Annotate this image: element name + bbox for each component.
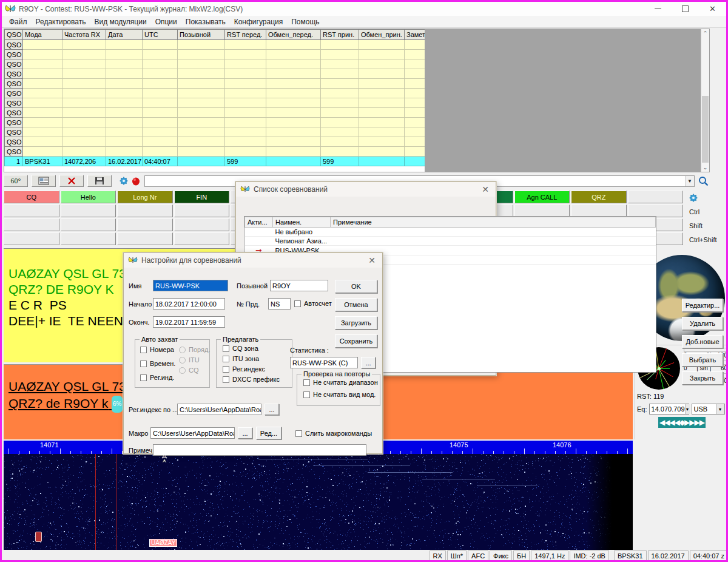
macro-input[interactable]: C:\Users\User\AppData\Roа — [150, 427, 235, 439]
waterfall-display[interactable]: 140711407514076 UAØZAY — [4, 441, 633, 550]
status-bn[interactable]: БН — [513, 550, 530, 561]
col-note[interactable]: Примечание — [331, 217, 656, 228]
lookup-button[interactable] — [696, 175, 710, 187]
table-cell[interactable] — [225, 59, 266, 69]
contest-active-cell[interactable] — [245, 237, 273, 246]
save-button[interactable] — [87, 175, 112, 187]
contest-row[interactable]: Не выбрано — [245, 228, 656, 237]
table-cell[interactable] — [321, 40, 359, 50]
table-row[interactable]: QSO — [5, 40, 437, 50]
start-input[interactable]: 18.02.2017 12:00:00 — [153, 298, 225, 310]
table-cell[interactable] — [178, 40, 225, 50]
table-row[interactable]: QSO — [5, 137, 437, 147]
table-cell[interactable] — [359, 147, 405, 157]
table-cell[interactable] — [106, 50, 143, 59]
select-button[interactable]: Выбрать — [682, 353, 723, 367]
row-header-cell[interactable]: QSO — [5, 147, 23, 157]
contest-note-cell[interactable] — [331, 228, 656, 237]
minimize-button[interactable] — [644, 2, 672, 16]
table-cell[interactable] — [143, 147, 178, 157]
macro-button-3-2[interactable] — [117, 232, 173, 245]
name-input[interactable]: RUS-WW-PSK — [153, 280, 228, 291]
table-cell[interactable] — [359, 50, 405, 59]
table-cell[interactable] — [62, 59, 106, 69]
table-row[interactable]: QSO — [5, 79, 437, 89]
log-grid-scrollbar[interactable]: ⌃ ⌄ — [701, 29, 709, 172]
autograb-numbers-checkbox[interactable]: Номера — [140, 346, 174, 353]
table-cell[interactable] — [178, 147, 225, 157]
regindex-input[interactable]: C:\Users\User\AppData\Roа — [177, 404, 261, 415]
table-row[interactable]: QSO — [5, 118, 437, 127]
col-qso[interactable]: QSO — [5, 30, 23, 40]
table-cell[interactable] — [321, 69, 359, 79]
scroll-down-icon[interactable]: ⌄ — [701, 163, 709, 172]
table-cell[interactable] — [225, 69, 266, 79]
col-rst-sent[interactable]: RST перед. — [225, 30, 266, 40]
glasses-button[interactable]: 60° — [4, 175, 28, 187]
scroll-up-icon[interactable]: ⌃ — [701, 29, 709, 38]
row-header-cell[interactable]: QSO — [5, 69, 23, 79]
contest-active-cell[interactable] — [245, 228, 273, 237]
table-cell[interactable] — [359, 89, 405, 98]
macro-button-1-11[interactable] — [628, 205, 684, 217]
tuning-arrows[interactable]: ◀◀◀◀◆▶▶▶▶ — [658, 417, 706, 428]
edit-button[interactable]: Редактир... — [682, 299, 723, 312]
table-cell[interactable] — [62, 147, 106, 157]
row-header-cell[interactable]: QSO — [5, 79, 23, 89]
table-cell[interactable] — [178, 89, 225, 98]
suggest-dxcc-checkbox[interactable]: DXCC префикс — [223, 376, 280, 383]
table-cell[interactable] — [225, 89, 266, 98]
macro-button-1-3[interactable] — [174, 205, 230, 217]
table-cell[interactable] — [266, 98, 321, 108]
table-row[interactable]: QSO — [5, 147, 437, 157]
suggest-cqzone-checkbox[interactable]: CQ зона — [223, 345, 258, 352]
table-cell[interactable] — [359, 118, 405, 127]
contest-row[interactable]: Чепионат Азиа... — [245, 237, 656, 246]
suggest-ituzone-checkbox[interactable]: ITU зона — [223, 355, 259, 362]
macro-edit-button[interactable]: Ред... — [256, 427, 281, 439]
maximize-button[interactable] — [672, 2, 699, 16]
table-cell[interactable] — [106, 89, 143, 98]
autograb-radio-seq[interactable]: Поряд. — [179, 346, 210, 353]
chevron-down-icon[interactable]: ▼ — [685, 404, 690, 414]
table-cell[interactable] — [178, 118, 225, 127]
row-header-cell[interactable]: QSO — [5, 98, 23, 108]
autograb-regindex-checkbox[interactable]: Рег.инд. — [140, 374, 174, 381]
table-cell[interactable] — [359, 79, 405, 89]
chevron-down-icon[interactable]: ▼ — [685, 176, 694, 186]
table-cell[interactable] — [178, 79, 225, 89]
table-cell[interactable] — [321, 147, 359, 157]
status-lock[interactable]: Фикс — [490, 550, 512, 561]
row-header-cell[interactable]: 1 — [5, 157, 23, 166]
macro-button-3-3[interactable] — [174, 232, 230, 245]
table-cell[interactable] — [359, 108, 405, 118]
table-cell[interactable] — [143, 137, 178, 147]
table-cell[interactable] — [178, 137, 225, 147]
table-cell[interactable] — [359, 137, 405, 147]
table-cell[interactable] — [178, 50, 225, 59]
table-cell[interactable] — [321, 108, 359, 118]
clear-button[interactable] — [59, 175, 84, 187]
table-cell[interactable] — [23, 40, 62, 50]
table-cell[interactable] — [143, 79, 178, 89]
chevron-down-icon[interactable]: ▼ — [716, 404, 724, 414]
status-afc[interactable]: AFC — [468, 550, 488, 561]
macro-button-2-2[interactable] — [117, 218, 173, 231]
row-header-cell[interactable]: QSO — [5, 59, 23, 69]
waterfall-callsign-tag[interactable]: UAØZAY — [149, 539, 177, 547]
macro-button-0-9[interactable]: Agn CALL — [514, 191, 570, 203]
table-cell[interactable] — [359, 98, 405, 108]
table-cell[interactable] — [143, 127, 178, 137]
cell-call[interactable] — [178, 157, 225, 166]
menu-item-file[interactable]: Файл — [5, 16, 32, 27]
table-cell[interactable] — [143, 118, 178, 127]
table-row[interactable]: QSO — [5, 69, 437, 79]
table-cell[interactable] — [62, 40, 106, 50]
col-mode[interactable]: Мода — [23, 30, 62, 40]
tuning-marker-0[interactable] — [95, 454, 96, 550]
col-freq-rx[interactable]: Частота RX — [62, 30, 106, 40]
record-button[interactable] — [130, 175, 142, 186]
col-call[interactable]: Позывной — [178, 30, 225, 40]
table-cell[interactable] — [23, 108, 62, 118]
table-row[interactable]: QSO — [5, 127, 437, 137]
